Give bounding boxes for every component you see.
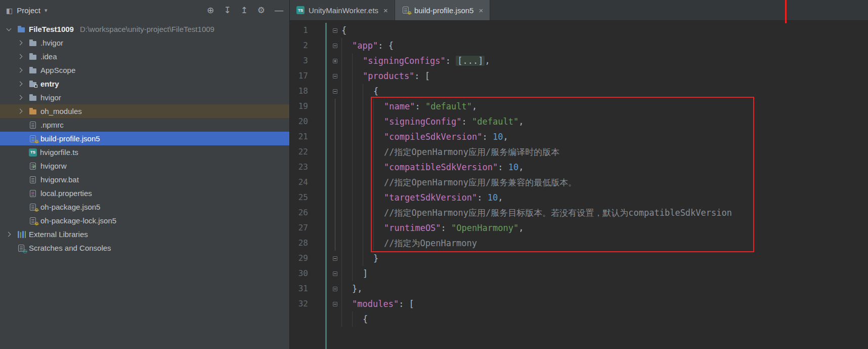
tree-item-hvigorw[interactable]: >hvigorw: [0, 159, 289, 173]
scratches-icon: ◷: [17, 244, 26, 252]
tree-item-label: .idea: [40, 52, 57, 61]
tree-item-label: oh-package.json5: [40, 203, 100, 211]
fold-collapse-icon[interactable]: [333, 74, 337, 79]
line-number[interactable]: 23: [290, 160, 308, 175]
line-number[interactable]: 21: [290, 129, 308, 144]
chevron-right-icon[interactable]: [17, 82, 22, 87]
project-panel: ◧ Project ▾ ⊕ ↧ ↥ ⚙ — FileTest1009D:\wor…: [0, 0, 290, 349]
code-line: 22//指定OpenHarmony应用/服务编译时的版本: [290, 144, 868, 160]
fold-collapse-icon[interactable]: [333, 89, 337, 94]
line-number[interactable]: 17: [290, 68, 308, 84]
tree-item-hvigorfile-ts[interactable]: TShvigorfile.ts: [0, 145, 289, 159]
indent-guide: [373, 175, 384, 190]
fold-gutter: [328, 38, 341, 53]
punctuation: :: [462, 117, 472, 127]
punctuation: : [: [414, 71, 430, 81]
chevron-right-icon[interactable]: [17, 54, 22, 59]
fold-gutter: [328, 68, 341, 84]
tree-item-idea[interactable]: .idea: [0, 50, 289, 63]
indent-guide: [341, 312, 352, 327]
line-number[interactable]: 24: [290, 175, 308, 190]
tree-item-npmrc[interactable]: .npmrc: [0, 118, 289, 132]
close-tab-icon[interactable]: ×: [479, 6, 483, 15]
code-line: 32"modules": [: [290, 296, 868, 312]
fold-collapse-icon[interactable]: [333, 272, 337, 276]
line-number[interactable]: 18: [290, 84, 308, 99]
line-number[interactable]: 32: [290, 296, 308, 312]
line-number[interactable]: [290, 312, 308, 327]
locate-file-icon[interactable]: ⊕: [207, 5, 214, 16]
line-number[interactable]: 29: [290, 251, 308, 266]
script-file-icon: >: [29, 162, 37, 170]
folded-region[interactable]: [...]: [456, 56, 485, 66]
editor-pane: TSUnityMainWorker.ets×⚙build-profile.jso…: [290, 0, 868, 349]
indent-guide: [363, 175, 373, 190]
fold-collapse-icon[interactable]: [333, 28, 337, 33]
tree-item-build-profile-json5[interactable]: ⚙build-profile.json5: [0, 132, 289, 145]
tree-item-label: hvigorw.bat: [40, 175, 79, 184]
fold-collapse-icon[interactable]: [333, 287, 337, 291]
line-number[interactable]: 30: [290, 266, 308, 281]
collapse-all-icon[interactable]: ↥: [241, 5, 248, 16]
code-line: 18{: [290, 84, 868, 99]
chevron-right-icon[interactable]: [17, 95, 22, 100]
settings-gear-icon[interactable]: ⚙: [257, 5, 265, 16]
indent-guide: [341, 296, 352, 312]
chevron-right-icon[interactable]: [6, 232, 11, 237]
tree-item-oh-modules[interactable]: oh_modules: [0, 104, 289, 118]
expand-all-icon[interactable]: ↧: [224, 5, 231, 16]
fold-collapse-icon[interactable]: [333, 256, 337, 261]
line-number[interactable]: 25: [290, 190, 308, 205]
tree-item-scratches-and-consoles[interactable]: ◷Scratches and Consoles: [0, 241, 289, 255]
chevron-down-icon: ▾: [45, 7, 48, 14]
tree-item-local-properties[interactable]: local.properties: [0, 186, 289, 200]
tab-build-profile-json5[interactable]: ⚙build-profile.json5×: [395, 0, 490, 20]
tree-item-oh-package-lock-json5[interactable]: ⚙oh-package-lock.json5: [0, 214, 289, 227]
code-line: 27"runtimeOS": "OpenHarmony",: [290, 220, 868, 236]
indent-guide: [373, 144, 384, 160]
indent-guide: [373, 129, 384, 144]
tree-item-appscope[interactable]: AppScope: [0, 63, 289, 77]
line-number[interactable]: 27: [290, 220, 308, 236]
line-number[interactable]: 20: [290, 114, 308, 129]
line-number[interactable]: 26: [290, 205, 308, 220]
line-number[interactable]: 28: [290, 236, 308, 251]
fold-collapse-icon[interactable]: [333, 302, 337, 306]
hide-panel-icon[interactable]: —: [275, 6, 283, 16]
line-number[interactable]: 2: [290, 38, 308, 53]
fold-guide-line: [335, 220, 335, 236]
fold-expand-icon[interactable]: [333, 59, 337, 63]
json5-file-icon: ⚙: [29, 135, 37, 143]
indent-guide: [341, 266, 352, 281]
fold-collapse-icon[interactable]: [333, 44, 337, 48]
code-line: 23"compatibleSdkVersion": 10,: [290, 160, 868, 175]
punctuation: ,: [518, 223, 524, 233]
folder-icon: [29, 53, 37, 61]
tree-item-hvigor[interactable]: .hvigor: [0, 36, 289, 50]
json-number-value: 10: [508, 162, 518, 172]
tree-item-label: hvigorw: [40, 162, 67, 170]
line-number[interactable]: 31: [290, 281, 308, 296]
module-folder-icon: [29, 80, 37, 88]
tree-item-filetest1009[interactable]: FileTest1009D:\workspace\unity-project\F…: [0, 22, 289, 36]
tree-item-oh-package-json5[interactable]: ⚙oh-package.json5: [0, 200, 289, 214]
project-view-selector[interactable]: ◧ Project ▾: [6, 6, 47, 15]
editor-tabbar: TSUnityMainWorker.ets×⚙build-profile.jso…: [290, 0, 868, 21]
tree-item-external-libraries[interactable]: External Libraries: [0, 227, 289, 241]
tree-item-entry[interactable]: entry: [0, 77, 289, 91]
close-tab-icon[interactable]: ×: [383, 6, 388, 15]
line-number[interactable]: 19: [290, 99, 308, 114]
chevron-down-icon[interactable]: [6, 26, 11, 31]
properties-file-icon: [29, 189, 37, 198]
tree-item-hvigorw-bat[interactable]: hvigorw.bat: [0, 173, 289, 186]
line-number[interactable]: 22: [290, 144, 308, 160]
json-key: "compileSdkVersion": [384, 132, 482, 142]
code-editor[interactable]: 1{2"app": {3"signingConfigs": [...],17"p…: [290, 21, 868, 349]
line-number[interactable]: 1: [290, 23, 308, 38]
chevron-right-icon[interactable]: [17, 68, 22, 73]
line-number[interactable]: 3: [290, 53, 308, 68]
chevron-right-icon[interactable]: [17, 41, 22, 46]
chevron-right-icon[interactable]: [17, 109, 22, 114]
tab-unitymainworker-ets[interactable]: TSUnityMainWorker.ets×: [290, 0, 395, 20]
tree-item-hvigor[interactable]: hvigor: [0, 91, 289, 104]
